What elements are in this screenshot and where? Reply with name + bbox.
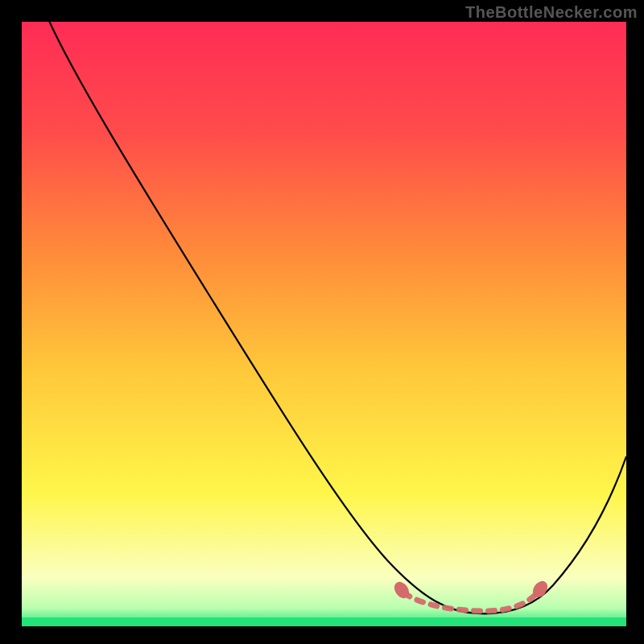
watermark-text: TheBottleNecker.com xyxy=(465,3,638,22)
chart-frame: TheBottleNecker.com xyxy=(0,0,644,644)
plot-area xyxy=(22,22,626,626)
chart-svg xyxy=(22,22,626,626)
gradient-background xyxy=(22,22,626,626)
green-band xyxy=(22,617,626,626)
